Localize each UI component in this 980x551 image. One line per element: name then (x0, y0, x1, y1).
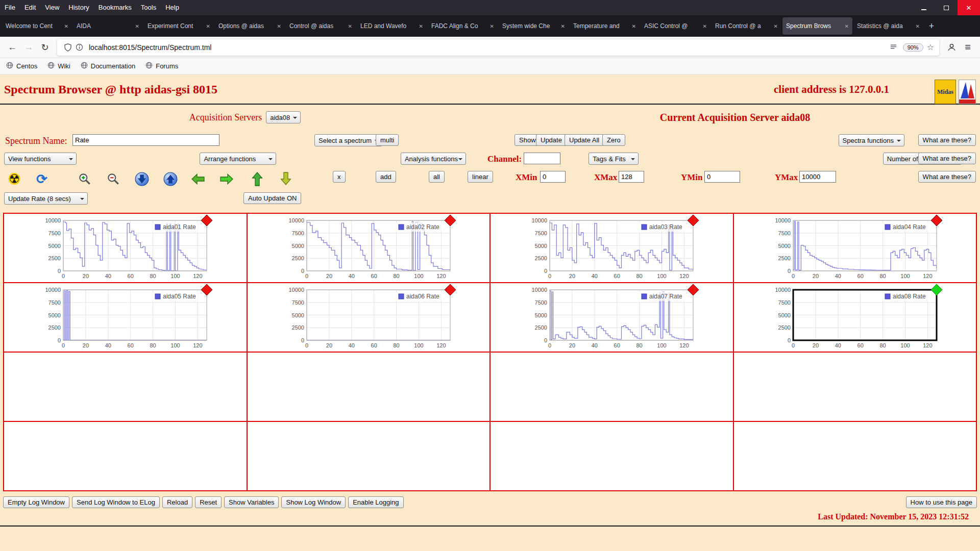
reset-button[interactable]: Reset (195, 496, 222, 508)
show-variables-button[interactable]: Show Variables (224, 496, 279, 508)
pan-left-icon[interactable] (190, 170, 206, 188)
spectrum-panel-aida07-rate[interactable]: 020406080100120025005000750010000aida07 … (490, 283, 733, 352)
reader-mode-icon[interactable] (888, 42, 899, 53)
tab-close-icon[interactable]: ✕ (561, 23, 565, 29)
reload-button[interactable]: ↻ (37, 39, 53, 56)
ymin-input[interactable] (704, 171, 740, 183)
tab-fadc-align-co[interactable]: FADC Align & Co✕ (428, 17, 498, 35)
url-bar[interactable]: localhost:8015/Spectrum/Spectrum.tml 90%… (57, 39, 939, 56)
url-text[interactable]: localhost:8015/Spectrum/Spectrum.tml (89, 43, 888, 52)
add-button[interactable]: add (376, 171, 396, 183)
tab-temperature-and[interactable]: Temperature and✕ (570, 17, 640, 35)
zoom-in-icon[interactable] (77, 170, 93, 188)
linear-button[interactable]: linear (468, 171, 493, 183)
tab-close-icon[interactable]: ✕ (135, 23, 139, 29)
all-button[interactable]: all (429, 171, 445, 183)
close-button[interactable]: ✕ (958, 0, 980, 15)
update-all-button[interactable]: Update All (565, 134, 604, 146)
tab-spectrum-brows[interactable]: Spectrum Brows✕ (782, 17, 852, 35)
tab-close-icon[interactable]: ✕ (490, 23, 494, 29)
menu-help[interactable]: Help (161, 0, 184, 15)
bookmark-documentation[interactable]: Documentation (81, 62, 135, 70)
what-are-these-button-3[interactable]: What are these? (918, 171, 976, 183)
multi-button[interactable]: multi (376, 134, 399, 146)
view-functions-dropdown[interactable]: View functions (4, 153, 77, 165)
channel-input[interactable] (524, 153, 560, 164)
bookmark-forums[interactable]: Forums (145, 62, 178, 70)
how-to-use-button[interactable]: How to use this page (906, 496, 977, 508)
tab-close-icon[interactable]: ✕ (632, 23, 636, 29)
minimize-button[interactable] (913, 0, 935, 15)
tab-close-icon[interactable]: ✕ (703, 23, 707, 29)
menu-file[interactable]: File (0, 0, 20, 15)
new-tab-button[interactable]: + (924, 18, 939, 34)
x-axis-button[interactable]: x (333, 171, 346, 183)
spectrum-panel-aida02-rate[interactable]: 020406080100120025005000750010000aida02 … (247, 213, 491, 283)
maximize-button[interactable] (935, 0, 958, 15)
what-are-these-button-1[interactable]: What are these? (918, 134, 976, 146)
tab-control-aidas[interactable]: Control @ aidas✕ (286, 17, 356, 35)
tab-options-aidas[interactable]: Options @ aidas✕ (215, 17, 285, 35)
tab-asic-control[interactable]: ASIC Control @✕ (641, 17, 710, 35)
tab-close-icon[interactable]: ✕ (277, 23, 281, 29)
menu-bookmarks[interactable]: Bookmarks (94, 0, 136, 15)
pan-right-icon[interactable] (218, 170, 235, 188)
tags-fits-dropdown[interactable]: Tags & Fits (589, 153, 639, 165)
analysis-functions-dropdown[interactable]: Analysis functions (401, 153, 466, 165)
bookmark-centos[interactable]: Centos (6, 62, 37, 70)
update-button[interactable]: Update (536, 134, 567, 146)
tab-experiment-cont[interactable]: Experiment Cont✕ (144, 17, 214, 35)
tab-welcome-to-cent[interactable]: Welcome to Cent✕ (2, 17, 72, 35)
acquisition-status-icon[interactable]: ☢ (6, 170, 22, 188)
enable-logging-button[interactable]: Enable Logging (348, 496, 403, 508)
tracking-shield-icon[interactable] (62, 42, 74, 53)
spectrum-name-input[interactable] (72, 134, 219, 146)
back-button[interactable]: ← (4, 39, 20, 56)
spectrum-panel-aida04-rate[interactable]: 020406080100120025005000750010000aida04 … (733, 213, 977, 283)
tab-close-icon[interactable]: ✕ (64, 23, 68, 29)
spectra-functions-dropdown[interactable]: Spectra functions (839, 134, 904, 146)
tab-led-and-wavefo[interactable]: LED and Wavefo✕ (357, 17, 427, 35)
spectrum-panel-aida03-rate[interactable]: 020406080100120025005000750010000aida03 … (490, 213, 733, 283)
menu-icon[interactable]: ≡ (960, 39, 976, 56)
scale-down-icon[interactable] (134, 170, 150, 188)
tab-aida[interactable]: AIDA✕ (73, 17, 143, 35)
reload-button[interactable]: Reload (162, 496, 192, 508)
tab-close-icon[interactable]: ✕ (348, 23, 352, 29)
auto-update-button[interactable]: Auto Update ON (243, 192, 301, 204)
tab-run-control-a[interactable]: Run Control @ a✕ (712, 17, 781, 35)
tab-close-icon[interactable]: ✕ (774, 23, 778, 29)
pan-down-icon[interactable] (278, 170, 294, 188)
spectrum-panel-aida08-rate[interactable]: 020406080100120025005000750010000aida08 … (733, 283, 977, 352)
xmin-input[interactable] (540, 171, 566, 183)
tab-statistics-aida[interactable]: Statistics @ aida✕ (853, 17, 923, 35)
xmax-input[interactable] (619, 171, 644, 183)
tab-system-wide-che[interactable]: System wide Che✕ (499, 17, 569, 35)
show-log-window-button[interactable]: Show Log Window (281, 496, 346, 508)
pan-up-icon[interactable] (249, 170, 265, 188)
tab-close-icon[interactable]: ✕ (419, 23, 423, 29)
bookmark-star-icon[interactable]: ☆ (927, 42, 934, 52)
send-log-window-to-elog-button[interactable]: Send Log Window to ELog (72, 496, 160, 508)
refresh-icon[interactable]: ⟳ (34, 170, 50, 188)
bookmark-wiki[interactable]: Wiki (47, 62, 70, 70)
tab-close-icon[interactable]: ✕ (916, 23, 920, 29)
site-info-icon[interactable] (74, 42, 85, 53)
zoom-level-badge[interactable]: 90% (903, 43, 923, 52)
update-rate-dropdown[interactable]: Update Rate (8 secs) (4, 192, 88, 205)
spectrum-panel-aida06-rate[interactable]: 020406080100120025005000750010000aida06 … (247, 283, 491, 352)
menu-view[interactable]: View (40, 0, 64, 15)
scale-up-icon[interactable] (162, 170, 179, 188)
menu-tools[interactable]: Tools (136, 0, 161, 15)
acquisition-server-select[interactable]: aida08 (266, 111, 301, 123)
empty-log-window-button[interactable]: Empty Log Window (3, 496, 69, 508)
forward-button[interactable]: → (20, 39, 37, 56)
tab-close-icon[interactable]: ✕ (206, 23, 210, 29)
menu-history[interactable]: History (64, 0, 93, 15)
ymax-input[interactable] (799, 171, 836, 183)
zoom-out-icon[interactable] (105, 170, 121, 188)
select-spectrum-dropdown[interactable]: Select a spectrum (314, 134, 382, 146)
menu-edit[interactable]: Edit (20, 0, 40, 15)
spectrum-panel-aida01-rate[interactable]: 020406080100120025005000750010000aida01 … (4, 213, 247, 283)
tab-close-icon[interactable]: ✕ (845, 23, 849, 29)
